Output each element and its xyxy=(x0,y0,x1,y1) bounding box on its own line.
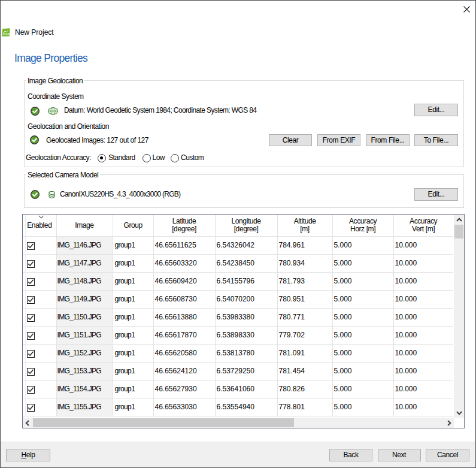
svg-text:PIX4D: PIX4D xyxy=(3,33,10,36)
